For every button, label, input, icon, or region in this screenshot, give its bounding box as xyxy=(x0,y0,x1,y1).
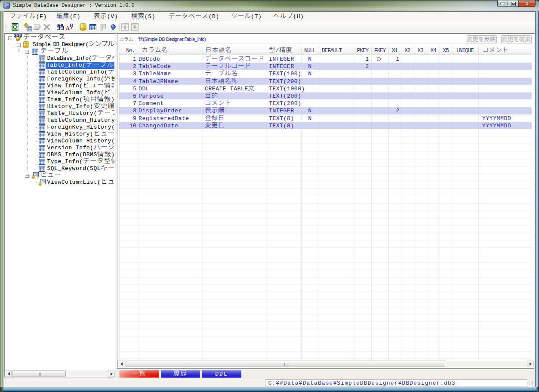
svg-text:A: A xyxy=(66,25,70,31)
